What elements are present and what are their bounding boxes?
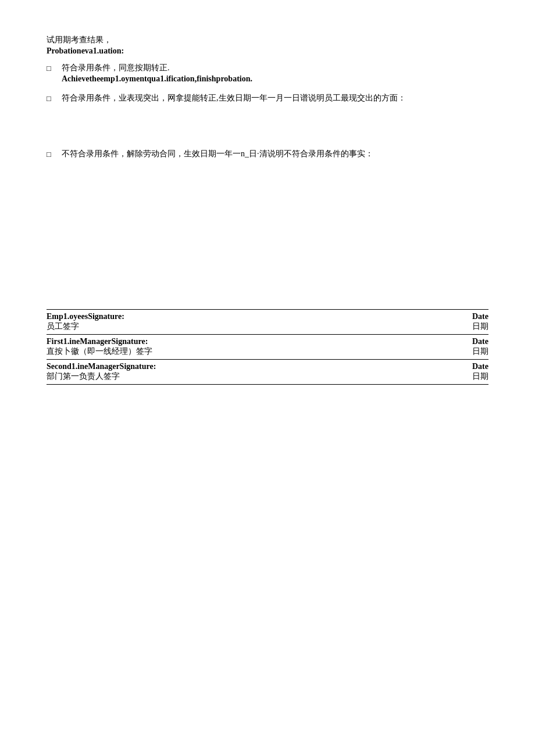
- item3-cn: 不符合录用条件，解除劳动合同，生效日期一年一n_日·清说明不符合录用条件的事实：: [62, 149, 488, 159]
- item1-en: Achievetheemp1.oymentqua1.ification,fini…: [62, 74, 488, 84]
- sig-left-3: Second1.ineManagerSignature: 部门第一负责人签字: [47, 362, 156, 382]
- item1-content: 符合录用条件，同意按期转正. Achievetheemp1.oymentqua1…: [62, 63, 488, 84]
- sig1-left-en: Emp1.oyeesSignature:: [47, 312, 124, 321]
- sig1-left-cn: 员工签字: [47, 321, 124, 332]
- item3-content: 不符合录用条件，解除劳动合同，生效日期一年一n_日·清说明不符合录用条件的事实：: [62, 149, 488, 160]
- items-container: □ 符合录用条件，同意按期转正. Achievetheemp1.oymentqu…: [47, 63, 488, 298]
- title-en: Probationeva1.uation:: [47, 46, 488, 56]
- sig-left-2: First1.ineManagerSignature: 直按卜徽（即一线经理）签…: [47, 337, 152, 357]
- signature-section: Emp1.oyeesSignature: 员工签字 Date 日期 First1…: [47, 309, 488, 385]
- checkbox-item-1: □ 符合录用条件，同意按期转正. Achievetheemp1.oymentqu…: [47, 63, 488, 84]
- sig3-right-cn: 日期: [472, 371, 488, 382]
- signature-row-2: First1.ineManagerSignature: 直按卜徽（即一线经理）签…: [47, 335, 488, 360]
- checkbox-item-2: □ 符合录用条件，业表现突出，网拿提能转正,生效日期一年一月一日谱说明员工最现交…: [47, 93, 488, 105]
- page: 试用期考查结果， Probationeva1.uation: □ 符合录用条件，…: [0, 0, 535, 756]
- sig3-right-en: Date: [472, 362, 488, 371]
- checkbox-symbol-2: □: [47, 94, 56, 103]
- sig-left-1: Emp1.oyeesSignature: 员工签字: [47, 312, 124, 332]
- blank-area-2: [47, 170, 488, 298]
- checkbox-item-3: □ 不符合录用条件，解除劳动合同，生效日期一年一n_日·清说明不符合录用条件的事…: [47, 149, 488, 160]
- checkbox-symbol-3: □: [47, 150, 56, 159]
- sig1-right-en: Date: [472, 312, 488, 321]
- item1-cn: 符合录用条件，同意按期转正.: [62, 63, 488, 73]
- checkbox-symbol-1: □: [47, 64, 56, 73]
- item2-cn: 符合录用条件，业表现突出，网拿提能转正,生效日期一年一月一日谱说明员工最现交出的…: [62, 93, 488, 103]
- sig2-left-en: First1.ineManagerSignature:: [47, 337, 152, 346]
- sig-right-2: Date 日期: [472, 337, 488, 357]
- title-cn: 试用期考查结果，: [47, 35, 488, 45]
- sig2-right-en: Date: [472, 337, 488, 346]
- sig-right-1: Date 日期: [472, 312, 488, 332]
- signature-row-3: Second1.ineManagerSignature: 部门第一负责人签字 D…: [47, 360, 488, 385]
- item2-content: 符合录用条件，业表现突出，网拿提能转正,生效日期一年一月一日谱说明员工最现交出的…: [62, 93, 488, 105]
- signature-row-1: Emp1.oyeesSignature: 员工签字 Date 日期: [47, 310, 488, 335]
- sig2-left-cn: 直按卜徽（即一线经理）签字: [47, 346, 152, 357]
- sig3-left-en: Second1.ineManagerSignature:: [47, 362, 156, 371]
- sig1-right-cn: 日期: [472, 321, 488, 332]
- section-title: 试用期考查结果， Probationeva1.uation:: [47, 35, 488, 56]
- sig-right-3: Date 日期: [472, 362, 488, 382]
- sig2-right-cn: 日期: [472, 346, 488, 357]
- blank-area-1: [47, 114, 488, 149]
- sig3-left-cn: 部门第一负责人签字: [47, 371, 156, 382]
